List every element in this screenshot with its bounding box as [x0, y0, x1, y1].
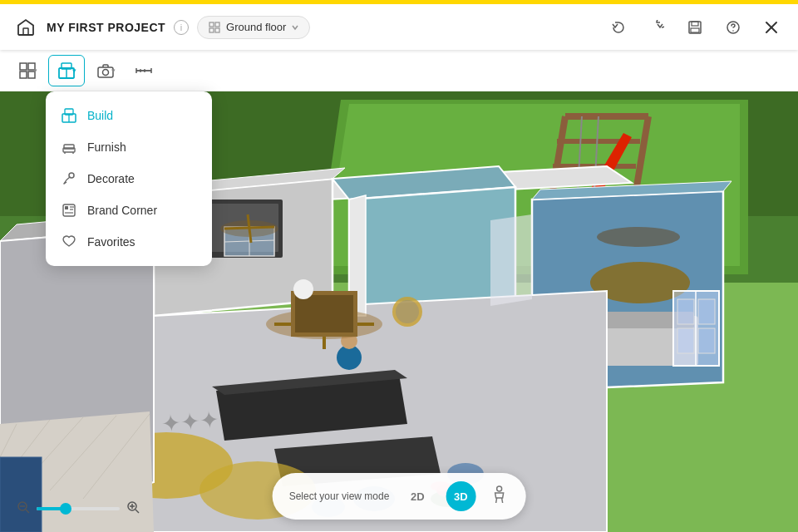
view-doll-button[interactable]	[489, 485, 509, 509]
view-mode-label: Select your view mode	[289, 490, 390, 502]
svg-rect-1	[209, 22, 214, 27]
svg-point-20	[102, 69, 108, 75]
svg-point-109	[69, 173, 74, 178]
svg-rect-12	[20, 63, 27, 70]
svg-rect-88	[698, 328, 715, 353]
favorites-icon	[61, 234, 77, 249]
menu-item-decorate[interactable]: Decorate	[46, 163, 212, 195]
view-2d-button[interactable]: 2D	[402, 481, 432, 511]
svg-point-81	[293, 279, 313, 299]
toolbar: ▾ ▾ ▾	[0, 50, 798, 91]
menu-item-brand-corner[interactable]: Brand Corner	[46, 195, 212, 226]
redo-button[interactable]	[643, 14, 670, 41]
help-button[interactable]	[720, 14, 746, 41]
svg-line-123	[135, 510, 139, 513]
menu-item-furnish-label: Furnish	[87, 140, 126, 154]
build-tool-button[interactable]: ▾	[49, 56, 84, 86]
build-dropdown-menu: Build Furnish Decorate	[46, 91, 212, 266]
svg-rect-0	[23, 28, 28, 35]
top-accent-bar	[0, 0, 798, 4]
svg-rect-14	[20, 71, 27, 78]
menu-item-favorites[interactable]: Favorites	[46, 226, 212, 258]
svg-line-117	[495, 498, 496, 503]
menu-item-favorites-label: Favorites	[87, 235, 135, 249]
undo-button[interactable]	[605, 14, 632, 41]
view-mode-bar: Select your view mode 2D 3D	[273, 473, 526, 520]
svg-rect-85	[677, 299, 694, 324]
svg-line-120	[26, 510, 29, 513]
svg-point-9	[732, 30, 734, 32]
svg-point-54	[597, 227, 680, 247]
zoom-out-button[interactable]	[17, 500, 30, 517]
svg-rect-74	[0, 457, 42, 532]
svg-rect-2	[215, 22, 219, 27]
camera-tool-arrow: ▾	[111, 66, 116, 75]
save-button[interactable]	[682, 14, 708, 41]
project-title: MY FIRST PROJECT	[47, 21, 165, 34]
svg-marker-82	[490, 214, 532, 306]
camera-tool-button[interactable]: ▾	[88, 56, 123, 86]
header-left: MY FIRST PROJECT i Ground floor	[13, 15, 605, 40]
svg-rect-86	[698, 299, 715, 324]
menu-item-decorate-label: Decorate	[87, 172, 135, 185]
view-3d-button[interactable]: 3D	[446, 481, 475, 511]
menu-item-build[interactable]: Build	[46, 100, 212, 131]
close-button[interactable]	[758, 14, 785, 41]
svg-rect-87	[677, 328, 694, 353]
header-right	[605, 14, 785, 41]
menu-item-build-label: Build	[87, 109, 113, 122]
svg-rect-111	[63, 204, 75, 216]
build-menu-icon	[61, 108, 77, 123]
measure-tool-button[interactable]	[126, 56, 161, 86]
svg-rect-4	[215, 28, 219, 32]
info-icon[interactable]: i	[174, 20, 189, 35]
zoom-slider-thumb[interactable]	[60, 503, 71, 515]
menu-item-furnish[interactable]: Furnish	[46, 131, 212, 163]
svg-rect-3	[209, 28, 214, 32]
chevron-down-icon	[291, 23, 299, 32]
decorate-icon	[61, 171, 77, 186]
zoom-slider[interactable]	[37, 507, 120, 510]
svg-rect-80	[295, 295, 353, 332]
floorplan-tool-button[interactable]: ▾	[10, 56, 45, 86]
home-icon[interactable]	[13, 15, 38, 40]
svg-rect-7	[691, 28, 699, 32]
zoom-in-button[interactable]	[126, 500, 140, 517]
build-tool-group: ▾	[48, 55, 85, 86]
header: MY FIRST PROJECT i Ground floor	[0, 4, 798, 50]
floor-selector[interactable]: Ground floor	[197, 16, 310, 39]
build-tool-arrow: ▾	[72, 66, 76, 75]
furnish-icon	[61, 140, 77, 155]
svg-text:✦✦✦: ✦✦✦	[160, 406, 219, 437]
svg-point-116	[496, 486, 501, 491]
floorplan-tool-arrow: ▾	[33, 66, 37, 75]
brand-corner-icon	[61, 203, 77, 218]
floor-plan-icon	[208, 21, 221, 34]
svg-line-118	[501, 498, 502, 503]
menu-item-brand-corner-label: Brand Corner	[87, 204, 157, 217]
zoom-bar	[17, 500, 140, 517]
svg-point-78	[396, 300, 419, 323]
floor-label: Ground floor	[226, 21, 286, 33]
svg-rect-112	[65, 206, 68, 209]
